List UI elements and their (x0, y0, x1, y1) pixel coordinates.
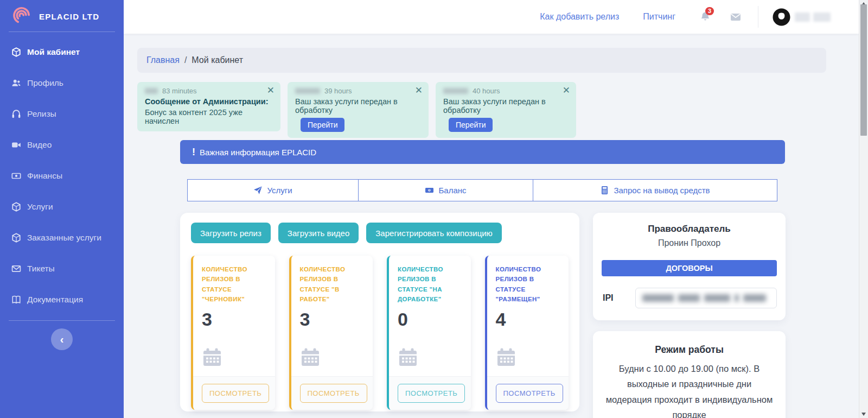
how-to-add-release-link[interactable]: Как добавить релиз (540, 12, 619, 22)
app-root: EPLACID LTD Мой кабинет Профиль Релизы (0, 0, 868, 418)
go-to-button[interactable]: Перейти (301, 118, 344, 132)
calendar-icon (496, 347, 516, 368)
view-button[interactable]: ПОСМОТРЕТЬ (398, 384, 465, 403)
profile-icon (11, 78, 21, 88)
ordered-services-icon (11, 233, 21, 243)
ipi-label: IPI (603, 293, 635, 303)
tab-bar: Услуги 0 Баланс Запрос на вывод средств (187, 179, 777, 201)
working-hours-text: Будни с 10.00 до 19.00 (по мск). В выход… (604, 361, 775, 418)
messages-button[interactable] (730, 11, 742, 23)
stat-card-in-progress: КОЛИЧЕСТВО РЕЛИЗОВ В СТАТУСЕ "В РАБОТЕ" … (289, 256, 373, 410)
ipi-input[interactable] (635, 288, 777, 308)
notification-badge: 3 (705, 7, 714, 15)
view-button[interactable]: ПОСМОТРЕТЬ (496, 384, 563, 403)
breadcrumb-current: Мой кабинет (192, 55, 243, 65)
close-icon[interactable]: ✕ (563, 86, 570, 95)
vertical-scrollbar[interactable] (859, 0, 868, 418)
tab-label: Баланс (438, 186, 466, 195)
notification-card: ✕ 40 hours Ваш заказ услуги передан в об… (436, 82, 576, 138)
send-icon (253, 186, 263, 195)
user-name-blurred[interactable] (795, 12, 831, 22)
sidebar-collapse-button[interactable]: ‹ (51, 328, 73, 350)
go-to-button[interactable]: Перейти (449, 118, 493, 132)
cabinet-icon (11, 47, 21, 57)
brand-logo-row[interactable]: EPLACID LTD (0, 0, 124, 30)
blurred-ipi-block (678, 294, 700, 302)
blurred-ipi-block (642, 294, 674, 302)
stat-value: 0 (398, 309, 463, 330)
brand-name: EPLACID LTD (39, 12, 99, 21)
sidebar-item-video[interactable]: Видео (0, 129, 124, 160)
scrollbar-thumb[interactable] (860, 4, 867, 136)
notification-time: 83 minutes (162, 87, 197, 95)
stat-card-published: КОЛИЧЕСТВО РЕЛИЗОВ В СТАТУСЕ "РАЗМЕЩЕН" … (485, 256, 569, 410)
pitching-link[interactable]: Питчинг (643, 12, 675, 22)
sidebar-item-finances[interactable]: Финансы (0, 160, 124, 191)
stat-title: КОЛИЧЕСТВО РЕЛИЗОВ В СТАТУСЕ "РАЗМЕЩЕН" (496, 264, 561, 305)
notifications-row: ✕ 83 minutes Сообщение от Администрации:… (137, 82, 576, 138)
documentation-icon (11, 295, 21, 305)
stat-value: 3 (300, 309, 366, 330)
sidebar-item-label: Тикеты (27, 264, 55, 274)
blurred-date-block (443, 88, 468, 94)
rights-holder-title: Правообладатель (602, 224, 777, 235)
calendar-icon (202, 347, 222, 368)
register-composition-button[interactable]: Зарегистрировать композицию (366, 223, 502, 243)
rights-holder-card: Правообладатель Пронин Прохор ДОГОВОРЫ I… (593, 213, 786, 320)
video-icon (11, 140, 21, 150)
close-icon[interactable]: ✕ (267, 86, 275, 95)
main-content: Главная / Мой кабинет ✕ 83 minutes Сообщ… (124, 34, 859, 418)
notifications-bell-button[interactable]: 3 (699, 11, 711, 23)
tab-services[interactable]: Услуги (188, 180, 359, 201)
important-info-banner[interactable]: ! Важная информация EPLACID (180, 140, 785, 164)
stat-value: 3 (202, 309, 267, 330)
upload-release-button[interactable]: Загрузить релиз (191, 223, 271, 243)
stat-title: КОЛИЧЕСТВО РЕЛИЗОВ В СТАТУСЕ "В РАБОТЕ" (300, 264, 366, 305)
scrollbar-down-arrow-icon[interactable] (861, 413, 866, 416)
stat-title: КОЛИЧЕСТВО РЕЛИЗОВ В СТАТУСЕ "НА ДОРАБОТ… (398, 264, 463, 305)
close-icon[interactable]: ✕ (415, 86, 423, 95)
stat-title: КОЛИЧЕСТВО РЕЛИЗОВ В СТАТУСЕ "ЧЕРНОВИК" (202, 264, 267, 305)
notification-card: ✕ 83 minutes Сообщение от Администрации:… (137, 82, 280, 131)
sidebar-item-label: Профиль (27, 78, 63, 88)
notification-text: Ваш заказ услуги передан в обработку (443, 97, 569, 115)
notification-text: Бонус за контент 2025 уже начислен (145, 108, 273, 125)
sidebar-item-label: Мой кабинет (27, 47, 80, 57)
view-button[interactable]: ПОСМОТРЕТЬ (202, 384, 269, 403)
tab-withdraw-request[interactable]: Запрос на вывод средств (533, 180, 777, 201)
blurred-text-block (795, 12, 810, 22)
brand-logo-icon (8, 3, 34, 29)
tab-label: Запрос на вывод средств (614, 186, 710, 195)
blurred-ipi-block (735, 294, 739, 302)
sidebar-item-services[interactable]: Услуги (0, 191, 124, 222)
avatar[interactable] (773, 8, 790, 26)
releases-icon (11, 109, 21, 119)
blurred-text-block (813, 12, 831, 22)
stat-value: 4 (496, 309, 561, 330)
calendar-icon (300, 347, 321, 368)
sidebar-item-label: Услуги (27, 202, 53, 212)
sidebar-item-documentation[interactable]: Документация (0, 284, 124, 315)
sidebar-item-label: Релизы (27, 109, 56, 119)
exclamation-icon: ! (192, 147, 195, 158)
working-hours-title: Режим работы (604, 344, 775, 356)
calculator-icon (600, 186, 609, 195)
sidebar-item-tickets[interactable]: Тикеты (0, 253, 124, 284)
sidebar-item-ordered-services[interactable]: Заказанные услуги (0, 222, 124, 253)
working-hours-card: Режим работы Будни с 10.00 до 19.00 (по … (593, 331, 786, 418)
breadcrumb-separator: / (184, 55, 187, 65)
contracts-button[interactable]: ДОГОВОРЫ (602, 260, 777, 276)
blurred-ipi-block (743, 294, 766, 302)
view-button[interactable]: ПОСМОТРЕТЬ (300, 384, 367, 403)
upload-video-button[interactable]: Загрузить видео (278, 223, 359, 243)
sidebar-item-profile[interactable]: Профиль (0, 67, 124, 98)
calendar-icon (398, 347, 418, 368)
banknote-icon: 0 (425, 186, 434, 195)
sidebar-item-my-cabinet[interactable]: Мой кабинет (0, 36, 124, 67)
top-bar: Как добавить релиз Питчинг 3 (124, 0, 859, 34)
sidebar-item-label: Документация (27, 295, 83, 305)
breadcrumb-home-link[interactable]: Главная (146, 55, 180, 65)
mail-icon (730, 11, 742, 23)
sidebar-item-releases[interactable]: Релизы (0, 98, 124, 129)
tab-balance[interactable]: 0 Баланс (359, 180, 533, 201)
